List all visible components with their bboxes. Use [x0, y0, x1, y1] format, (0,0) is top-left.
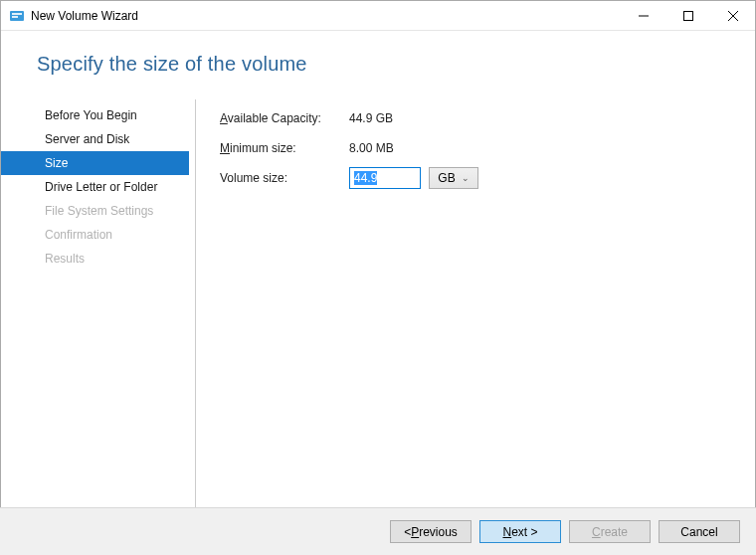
- available-capacity-label: Available Capacity:: [220, 111, 349, 125]
- next-button[interactable]: Next >: [479, 520, 561, 543]
- previous-button[interactable]: < Previous: [390, 520, 472, 543]
- volume-size-label: Volume size:: [220, 171, 349, 185]
- volume-size-unit-select[interactable]: GB ⌄: [429, 167, 478, 189]
- row-volume-size: Volume size: GB ⌄: [220, 163, 478, 193]
- app-icon: [9, 8, 25, 24]
- minimize-button[interactable]: [621, 1, 665, 30]
- close-button[interactable]: [710, 1, 755, 30]
- cancel-button[interactable]: Cancel: [659, 520, 740, 543]
- window-title: New Volume Wizard: [31, 9, 138, 23]
- step-confirmation: Confirmation: [37, 223, 189, 247]
- step-before-you-begin[interactable]: Before You Begin: [37, 103, 189, 127]
- form-area: Available Capacity: 44.9 GB Minimum size…: [196, 99, 478, 511]
- step-file-system-settings: File System Settings: [37, 199, 189, 223]
- minimum-size-label: Minimum size:: [220, 141, 349, 155]
- step-size[interactable]: Size: [1, 151, 189, 175]
- volume-size-unit-value: GB: [438, 171, 455, 185]
- step-results: Results: [37, 247, 189, 271]
- available-capacity-value: 44.9 GB: [349, 111, 393, 125]
- maximize-button[interactable]: [665, 1, 710, 30]
- minimum-size-value: 8.00 MB: [349, 141, 394, 155]
- wizard-body: Before You Begin Server and Disk Size Dr…: [1, 76, 755, 511]
- volume-size-input[interactable]: [349, 167, 421, 189]
- svg-rect-4: [683, 11, 692, 20]
- svg-rect-1: [12, 13, 22, 15]
- page-header: Specify the size of the volume: [1, 31, 755, 76]
- row-available-capacity: Available Capacity: 44.9 GB: [220, 103, 478, 133]
- titlebar: New Volume Wizard: [1, 1, 755, 31]
- wizard-footer: < Previous Next > Create Cancel: [0, 507, 756, 555]
- row-minimum-size: Minimum size: 8.00 MB: [220, 133, 478, 163]
- chevron-down-icon: ⌄: [462, 173, 470, 183]
- create-button: Create: [569, 520, 651, 543]
- step-drive-letter-or-folder[interactable]: Drive Letter or Folder: [37, 175, 189, 199]
- page-title: Specify the size of the volume: [37, 53, 755, 76]
- step-server-and-disk[interactable]: Server and Disk: [37, 127, 189, 151]
- svg-rect-2: [12, 16, 18, 18]
- wizard-steps: Before You Begin Server and Disk Size Dr…: [37, 99, 196, 511]
